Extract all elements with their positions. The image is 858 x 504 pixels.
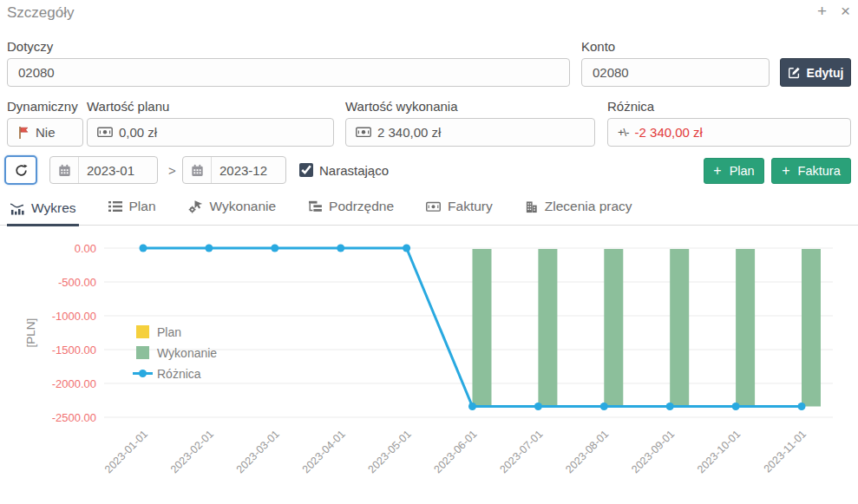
wartosc-planu-value: 0,00 zł [119,125,164,140]
add-icon[interactable]: + [817,3,827,19]
svg-text:2023-05-01: 2023-05-01 [366,428,414,475]
svg-text:Plan: Plan [157,325,181,339]
date-range-separator: > [168,163,176,178]
wartosc-wykonania-field: 2 340,00 zł [345,118,595,147]
close-icon[interactable]: × [841,3,850,19]
add-faktura-button[interactable]: + Faktura [771,158,851,184]
tab-wykonanie[interactable]: Wykonanie [186,199,279,225]
svg-text:2023-02-01: 2023-02-01 [168,428,216,475]
date-from-input[interactable] [79,163,145,178]
svg-text:-500.00: -500.00 [58,276,96,289]
tab-plan[interactable]: Plan [106,199,159,225]
money-icon [97,127,113,138]
plus-minus-icon: +\- [618,126,629,139]
wartosc-wykonania-value: 2 340,00 zł [377,125,448,140]
tab-bar: Wykres Plan Wykonanie Podrzędne Faktury … [0,199,858,226]
flag-icon [17,126,29,140]
svg-text:2023-01-01: 2023-01-01 [102,428,150,475]
dynamiczny-field[interactable]: Nie [7,118,83,147]
wartosc-planu-label: Wartość planu [87,99,169,114]
svg-text:2023-09-01: 2023-09-01 [629,428,677,475]
tab-wykres[interactable]: Wykres [7,200,79,226]
edit-pencil-icon [788,66,801,79]
svg-text:2023-08-01: 2023-08-01 [563,428,611,475]
tree-list-icon [308,200,322,213]
building-icon [525,200,538,213]
konto-label: Konto [581,39,615,54]
date-to-input[interactable] [212,163,278,178]
narastajaco-checkbox[interactable] [299,163,313,177]
wartosc-wykonania-label: Wartość wykonania [345,99,458,114]
konto-field-wrap [581,58,770,87]
tab-faktury[interactable]: Faktury [423,199,495,225]
plus-icon: + [782,164,789,178]
svg-text:-1500.00: -1500.00 [52,344,96,357]
roznica-label: Różnica [607,99,654,114]
dynamiczny-label: Dynamiczny [7,99,78,114]
svg-text:2023-06-01: 2023-06-01 [432,428,480,475]
svg-text:-2000.00: -2000.00 [52,377,96,390]
svg-text:Różnica: Różnica [157,367,201,381]
svg-text:0.00: 0.00 [75,242,96,255]
money-icon [356,127,371,138]
svg-text:[PLN]: [PLN] [24,318,37,348]
refresh-button[interactable] [4,155,37,185]
tab-zlecenia-pracy[interactable]: Zlecenia pracy [522,199,635,225]
plus-icon: + [713,164,721,178]
roznica-field: +\- -2 340,00 zł [607,118,851,147]
refresh-icon [15,164,28,177]
svg-text:2023-10-01: 2023-10-01 [695,428,743,475]
svg-text:Wykonanie: Wykonanie [157,346,217,360]
list-icon [108,200,122,213]
svg-text:2023-03-01: 2023-03-01 [234,428,282,475]
svg-text:-2500.00: -2500.00 [52,411,96,424]
add-plan-button[interactable]: + Plan [704,158,764,184]
chart-icon [10,202,24,215]
page-title: Szczegóły [7,4,74,22]
roznica-value: -2 340,00 zł [635,125,710,140]
date-to-field [182,156,286,184]
date-from-field [49,156,158,184]
money-icon [426,201,441,213]
dotyczy-input[interactable] [8,65,569,80]
dotyczy-field-wrap [7,58,570,87]
chart: 0.00-500.00-1000.00-1500.00-2000.00-2500… [0,228,858,504]
narastajaco-label: Narastająco [319,163,389,178]
svg-text:2023-07-01: 2023-07-01 [497,428,545,475]
calendar-icon [183,157,212,183]
svg-text:2023-11-01: 2023-11-01 [762,428,809,475]
dynamiczny-value: Nie [36,125,62,140]
tab-podrzedne[interactable]: Podrzędne [305,199,396,225]
edit-button[interactable]: Edytuj [780,58,851,87]
svg-text:-1000.00: -1000.00 [52,310,96,323]
gear-arrow-icon [188,200,203,213]
svg-text:2023-04-01: 2023-04-01 [300,428,348,475]
wartosc-planu-field: 0,00 zł [87,118,334,147]
calendar-icon [50,157,79,183]
konto-input[interactable] [582,65,769,80]
dotyczy-label: Dotyczy [7,39,53,54]
